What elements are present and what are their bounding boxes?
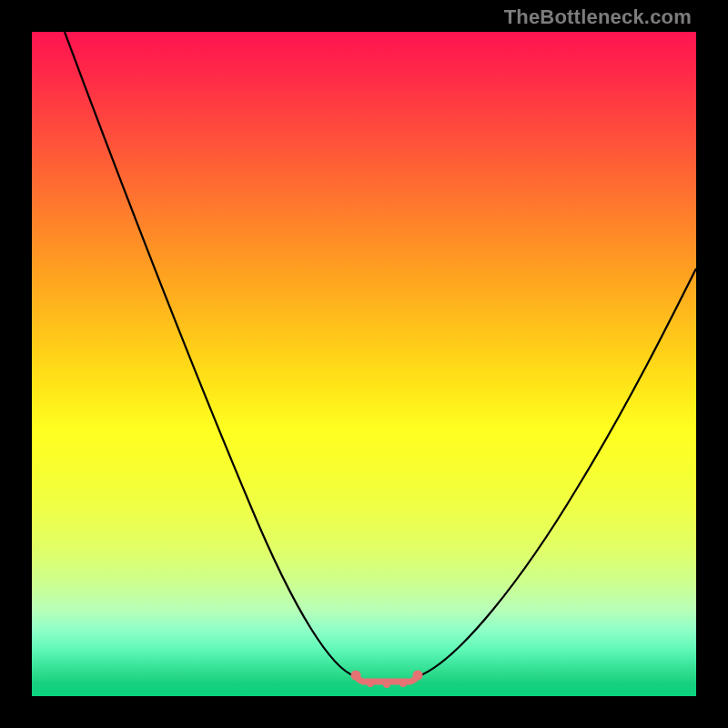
- plot-area: [32, 32, 696, 696]
- bottleneck-flat-segment: [355, 674, 419, 682]
- bottleneck-curve-left: [65, 32, 355, 676]
- flat-segment-mid-dot-2: [383, 681, 390, 688]
- flat-segment-right-dot: [413, 671, 423, 681]
- flat-segment-mid-dot-3: [399, 680, 407, 687]
- watermark-text: TheBottleneck.com: [504, 5, 692, 29]
- chart-container: TheBottleneck.com: [0, 0, 728, 728]
- bottleneck-curve-svg: [32, 32, 696, 696]
- flat-segment-left-dot: [351, 671, 361, 681]
- flat-segment-mid-dot-1: [367, 680, 374, 687]
- bottleneck-curve-right: [419, 268, 696, 676]
